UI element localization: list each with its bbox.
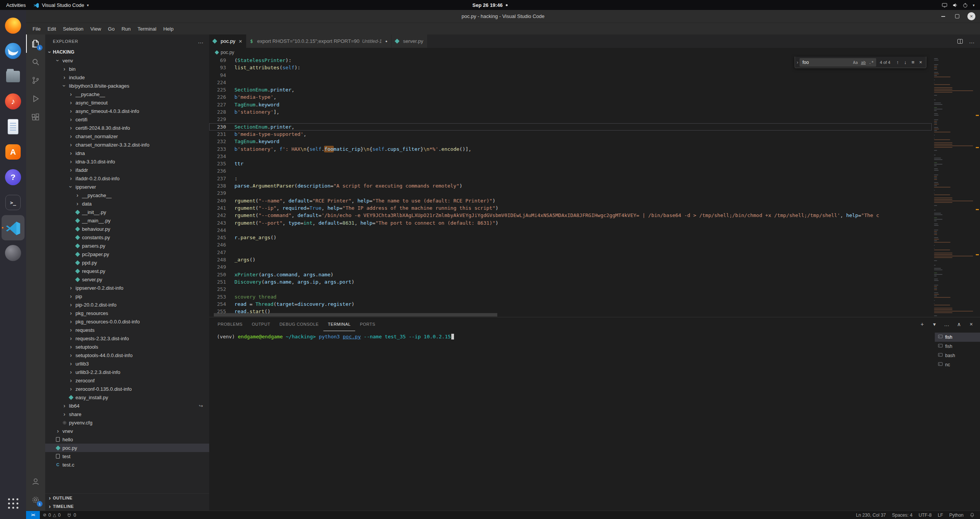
code-line-227[interactable]: 227TagEnum.keyword (209, 101, 932, 108)
tree-folder-urllib3[interactable]: ›urllib3 (45, 359, 209, 368)
tree-file-easy_install.py[interactable]: easy_install.py (45, 393, 209, 401)
language-indicator[interactable]: Python (946, 511, 967, 519)
code-line-254[interactable]: 254read = Thread(target=discovery.regist… (209, 300, 932, 308)
timeline-section[interactable]: › TIMELINE (45, 502, 209, 511)
tree-folder-pip-20.0.2.dist-info[interactable]: ›pip-20.0.2.dist-info (45, 300, 209, 309)
tree-folder-__pycache__[interactable]: ›__pycache__ (45, 90, 209, 98)
next-match-button[interactable]: ↓ (901, 59, 909, 66)
tree-folder-ifaddr[interactable]: ›ifaddr (45, 166, 209, 174)
tree-folder-charset_normalizer[interactable]: ›charset_normalizer (45, 132, 209, 140)
tree-folder-pkg_resources-0.0.0.dist-info[interactable]: ›pkg_resources-0.0.0.dist-info (45, 317, 209, 326)
tree-folder-setuptools-44.0.0.dist-info[interactable]: ›setuptools-44.0.0.dist-info (45, 351, 209, 359)
tree-file-constants.py[interactable]: constants.py (45, 233, 209, 242)
tree-folder-async_timeout-4.0.3.dist-info[interactable]: ›async_timeout-4.0.3.dist-info (45, 107, 209, 115)
terminal-session-bash-2[interactable]: bash (935, 351, 980, 360)
menu-help[interactable]: Help (160, 25, 177, 33)
tree-folder-lib-python3.8-site-packages[interactable]: ›lib/python3.8/site-packages (45, 82, 209, 90)
close-button[interactable]: × (967, 12, 975, 20)
problems-indicator[interactable]: ⊘ 0 △ 0 (40, 511, 64, 519)
code-line-246[interactable]: 246 (209, 241, 932, 248)
code-line-231[interactable]: 231b'media-type-supported', (209, 131, 932, 138)
code-line-245[interactable]: 245r.parse_args() (209, 234, 932, 241)
whole-word-button[interactable]: ab (860, 60, 867, 65)
panel-tab-terminal[interactable]: TERMINAL (323, 317, 356, 331)
terminal-session-fish-1[interactable]: fish (935, 342, 980, 351)
tree-folder-async_timeout[interactable]: ›async_timeout (45, 98, 209, 107)
tree-folder-ippserver[interactable]: ›ippserver (45, 183, 209, 191)
dock-item-rhythmbox[interactable]: ♪ (2, 89, 25, 114)
code-line-236[interactable]: 236 (209, 167, 932, 175)
tree-folder-ifaddr-0.2.0.dist-info[interactable]: ›ifaddr-0.2.0.dist-info (45, 174, 209, 183)
code-line-232[interactable]: 232TagEnum.keyword (209, 138, 932, 145)
code-line-244[interactable]: 244 (209, 227, 932, 234)
encoding-indicator[interactable]: UTF-8 (916, 511, 935, 519)
new-terminal-icon[interactable]: + (919, 321, 926, 328)
close-tab-icon[interactable]: × (239, 38, 242, 44)
tree-file-pyvenv.cfg[interactable]: pyvenv.cfg (45, 418, 209, 427)
system-tray[interactable]: ▾ (942, 0, 980, 10)
tree-folder-idna[interactable]: ›idna (45, 149, 209, 157)
panel-tab-output[interactable]: OUTPUT (247, 317, 275, 331)
terminal[interactable]: (venv) endgame@endgame ~/hacking> python… (209, 331, 935, 511)
find-in-selection-button[interactable]: ≡ (909, 59, 917, 66)
tab-poc.py[interactable]: poc.py× (209, 34, 246, 48)
code-line-230[interactable]: 230SectionEnum.printer, (209, 123, 932, 131)
cursor-position[interactable]: Ln 230, Col 37 (853, 511, 889, 519)
code-line-249[interactable]: 249 (209, 263, 932, 271)
tree-folder-venv[interactable]: ›venv (45, 56, 209, 65)
code-line-94[interactable]: 94 (209, 72, 932, 79)
dock-item-show-apps[interactable] (2, 491, 25, 516)
horizontal-scrollbar[interactable] (214, 313, 497, 317)
code-line-247[interactable]: 247 (209, 249, 932, 256)
regex-button[interactable]: .* (868, 60, 875, 65)
menu-file[interactable]: File (29, 25, 44, 33)
tree-file-test.c[interactable]: Ctest.c (45, 460, 209, 469)
activity-bar-accounts[interactable] (26, 472, 45, 491)
code-line-243[interactable]: 243rgument("--port", type=int, default=8… (209, 219, 932, 227)
tree-folder-charset_normalizer-3.3.2.dist-info[interactable]: ›charset_normalizer-3.3.2.dist-info (45, 140, 209, 149)
split-editor-icon[interactable] (957, 39, 963, 44)
activities-button[interactable]: Activities (2, 0, 29, 10)
tree-folder-data[interactable]: ›data (45, 199, 209, 208)
code-line-253[interactable]: 253scovery thread (209, 293, 932, 300)
terminal-session-fish-0[interactable]: fish (935, 333, 980, 342)
panel-tab-debug-console[interactable]: DEBUG CONSOLE (275, 317, 323, 331)
code-line-241[interactable]: 241rgument("--ip", required=True, help="… (209, 204, 932, 212)
dock-item-thunderbird[interactable] (2, 38, 25, 64)
tree-file-ppd.py[interactable]: ppd.py (45, 258, 209, 267)
panel-tab-ports[interactable]: PORTS (355, 317, 380, 331)
indentation-indicator[interactable]: Spaces: 4 (889, 511, 915, 519)
close-find-button[interactable]: × (917, 59, 924, 66)
dock-item-files[interactable] (2, 64, 25, 89)
code-line-235[interactable]: 235ttr (209, 160, 932, 167)
menu-terminal[interactable]: Terminal (134, 25, 160, 33)
app-menu[interactable]: Visual Studio Code ▾ (29, 0, 92, 10)
tree-file-parsers.py[interactable]: parsers.py (45, 242, 209, 250)
code-line-224[interactable]: 224 (209, 79, 932, 86)
code-line-240[interactable]: 240rgument("--name", default="RCE Printe… (209, 197, 932, 204)
tree-folder-vnev[interactable]: ›vnev (45, 427, 209, 435)
find-toggle-replace-icon[interactable]: › (795, 57, 800, 68)
tree-folder-bin[interactable]: ›bin (45, 65, 209, 73)
menu-view[interactable]: View (87, 25, 105, 33)
menu-edit[interactable]: Edit (44, 25, 59, 33)
dock-item-app[interactable] (2, 240, 25, 266)
tree-folder-__pycache__[interactable]: ›__pycache__ (45, 191, 209, 199)
folder-section-header[interactable]: › HACKING (45, 48, 209, 56)
more-actions-icon[interactable]: … (943, 321, 950, 328)
tree-file-behaviour.py[interactable]: behaviour.py (45, 225, 209, 233)
close-panel-icon[interactable]: × (968, 321, 975, 328)
tree-folder-include[interactable]: ›include (45, 73, 209, 82)
terminal-launch-dropdown-icon[interactable]: ▾ (931, 321, 938, 328)
activity-bar-explorer[interactable]: 1 (26, 34, 45, 53)
notifications-bell[interactable] (967, 511, 978, 519)
dock-item-libreoffice-writer[interactable] (2, 114, 25, 139)
activity-bar-search[interactable] (26, 53, 45, 71)
eol-indicator[interactable]: LF (935, 511, 946, 519)
activity-bar-manage[interactable]: 1 (26, 491, 45, 509)
find-input[interactable]: foo Aa ab .* (800, 58, 876, 67)
tab-export-rhost-10.0.2.15-e[interactable]: $export RHOST="10.0.2.15";export RPORT=9… (246, 34, 392, 48)
dock-item-firefox[interactable] (2, 13, 25, 38)
code-line-225[interactable]: 225SectionEnum.printer, (209, 86, 932, 93)
tree-file-__init__.py[interactable]: __init__.py (45, 208, 209, 216)
